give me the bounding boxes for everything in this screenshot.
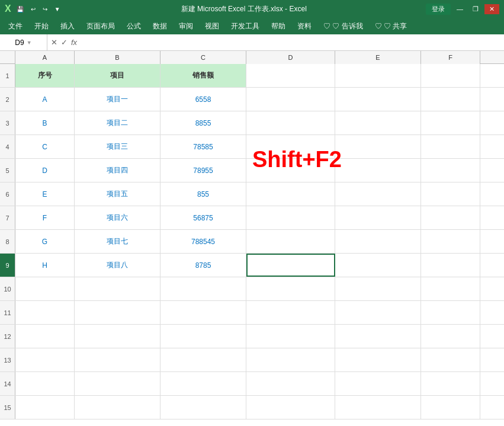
cell-d9[interactable] xyxy=(246,254,335,277)
cell-e9[interactable] xyxy=(335,254,421,277)
col-header-d[interactable]: D xyxy=(246,51,335,64)
cell-d7[interactable] xyxy=(246,206,335,229)
cell-d10[interactable] xyxy=(246,277,335,300)
menu-file[interactable]: 文件 xyxy=(2,19,28,34)
cell-f4[interactable] xyxy=(421,135,480,158)
cell-c5[interactable]: 78955 xyxy=(160,159,246,182)
cell-a14[interactable] xyxy=(15,372,75,395)
cell-a7[interactable]: F xyxy=(15,206,75,229)
formula-input[interactable] xyxy=(81,34,504,50)
cell-e7[interactable] xyxy=(335,206,421,229)
cell-b12[interactable] xyxy=(75,325,160,348)
menu-data2[interactable]: 资料 xyxy=(291,19,317,34)
menu-tell-me[interactable]: ♡ ♡ 告诉我 xyxy=(317,19,369,34)
cell-a8[interactable]: G xyxy=(15,230,75,253)
col-header-e[interactable]: E xyxy=(335,51,421,64)
cell-b14[interactable] xyxy=(75,372,160,395)
cell-b10[interactable] xyxy=(75,277,160,300)
cell-f1[interactable] xyxy=(421,64,480,87)
menu-data[interactable]: 数据 xyxy=(147,19,173,34)
cell-b4[interactable]: 项目三 xyxy=(75,135,160,158)
cell-b6[interactable]: 项目五 xyxy=(75,182,160,206)
menu-review[interactable]: 审阅 xyxy=(173,19,199,34)
quick-dropdown-btn[interactable]: ▼ xyxy=(53,5,62,13)
cell-a2[interactable]: A xyxy=(15,88,75,111)
cell-c15[interactable] xyxy=(160,396,246,419)
cell-c12[interactable] xyxy=(160,325,246,348)
menu-home[interactable]: 开始 xyxy=(28,19,54,34)
cell-f6[interactable] xyxy=(421,182,480,206)
cell-f15[interactable] xyxy=(421,396,480,419)
cell-f10[interactable] xyxy=(421,277,480,300)
cell-b3[interactable]: 项目二 xyxy=(75,111,160,134)
fx-icon[interactable]: fx xyxy=(71,38,77,47)
col-header-f[interactable]: F xyxy=(421,51,480,64)
cell-e10[interactable] xyxy=(335,277,421,300)
cell-a4[interactable]: C xyxy=(15,135,75,158)
cell-c7[interactable]: 56875 xyxy=(160,206,246,229)
menu-help[interactable]: 帮助 xyxy=(265,19,291,34)
minimize-btn[interactable]: — xyxy=(453,4,467,14)
cell-a15[interactable] xyxy=(15,396,75,419)
cell-d14[interactable] xyxy=(246,372,335,395)
cell-c6[interactable]: 855 xyxy=(160,182,246,206)
cell-ref-dropdown-icon[interactable]: ▼ xyxy=(27,40,32,46)
menu-view[interactable]: 视图 xyxy=(199,19,225,34)
cell-c13[interactable] xyxy=(160,348,246,371)
cell-c3[interactable]: 8855 xyxy=(160,111,246,134)
cell-e6[interactable] xyxy=(335,182,421,206)
menu-insert[interactable]: 插入 xyxy=(54,19,81,34)
cell-b15[interactable] xyxy=(75,396,160,419)
cell-e5[interactable] xyxy=(335,159,421,182)
cell-c4[interactable]: 78585 xyxy=(160,135,246,158)
cell-e8[interactable] xyxy=(335,230,421,253)
cell-a6[interactable]: E xyxy=(15,182,75,206)
cell-d13[interactable] xyxy=(246,348,335,371)
cell-c8[interactable]: 788545 xyxy=(160,230,246,253)
cell-b9[interactable]: 项目八 xyxy=(75,254,160,277)
col-header-b[interactable]: B xyxy=(75,51,160,64)
cell-e1[interactable] xyxy=(335,64,421,87)
quick-save-btn[interactable]: 💾 xyxy=(15,5,25,13)
cell-a10[interactable] xyxy=(15,277,75,300)
cell-a11[interactable] xyxy=(15,301,75,324)
menu-page-layout[interactable]: 页面布局 xyxy=(81,19,121,34)
cell-e3[interactable] xyxy=(335,111,421,134)
cell-c11[interactable] xyxy=(160,301,246,324)
quick-undo-btn[interactable]: ↩ xyxy=(29,5,37,13)
cell-d12[interactable] xyxy=(246,325,335,348)
cell-e4[interactable] xyxy=(335,135,421,158)
cell-reference-box[interactable]: D9 ▼ xyxy=(0,34,47,50)
cell-f11[interactable] xyxy=(421,301,480,324)
cell-b5[interactable]: 项目四 xyxy=(75,159,160,182)
cell-a1[interactable]: 序号 xyxy=(15,64,75,87)
cell-d3[interactable] xyxy=(246,111,335,134)
cancel-formula-icon[interactable]: ✕ xyxy=(51,38,57,47)
cell-d4[interactable] xyxy=(246,135,335,158)
cell-b11[interactable] xyxy=(75,301,160,324)
cell-d11[interactable] xyxy=(246,301,335,324)
cell-c14[interactable] xyxy=(160,372,246,395)
cell-f7[interactable] xyxy=(421,206,480,229)
cell-d15[interactable] xyxy=(246,396,335,419)
cell-d8[interactable] xyxy=(246,230,335,253)
cell-d6[interactable] xyxy=(246,182,335,206)
cell-f2[interactable] xyxy=(421,88,480,111)
cell-f12[interactable] xyxy=(421,325,480,348)
cell-e15[interactable] xyxy=(335,396,421,419)
menu-formulas[interactable]: 公式 xyxy=(121,19,147,34)
restore-btn[interactable]: ❐ xyxy=(469,4,482,14)
cell-c1[interactable]: 销售额 xyxy=(160,64,246,87)
cell-a13[interactable] xyxy=(15,348,75,371)
cell-f14[interactable] xyxy=(421,372,480,395)
confirm-formula-icon[interactable]: ✓ xyxy=(61,38,68,47)
cell-b13[interactable] xyxy=(75,348,160,371)
close-btn[interactable]: ✕ xyxy=(484,4,499,14)
cell-c10[interactable] xyxy=(160,277,246,300)
cell-f3[interactable] xyxy=(421,111,480,134)
cell-c2[interactable]: 6558 xyxy=(160,88,246,111)
cell-d2[interactable] xyxy=(246,88,335,111)
cell-b2[interactable]: 项目一 xyxy=(75,88,160,111)
cell-d5[interactable]: Shift+F2 xyxy=(246,159,335,182)
cell-a12[interactable] xyxy=(15,325,75,348)
